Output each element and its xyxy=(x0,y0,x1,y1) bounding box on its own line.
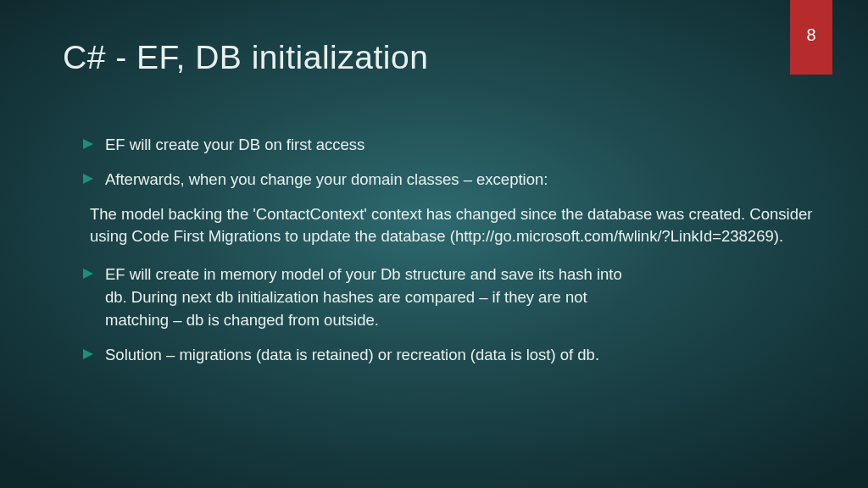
slide-title: C# - EF, DB initialization xyxy=(63,39,428,76)
slide-content: EF will create your DB on first access A… xyxy=(83,134,817,379)
bullet-text: Afterwards, when you change your domain … xyxy=(105,169,817,191)
bullet-text: EF will create in memory model of your D… xyxy=(105,263,648,331)
bullet-arrow-icon xyxy=(83,139,93,149)
bullet-text: EF will create your DB on first access xyxy=(105,134,817,157)
bullet-item: EF will create your DB on first access xyxy=(83,134,817,157)
bullet-arrow-icon xyxy=(83,269,93,279)
bullet-text: Solution – migrations (data is retained)… xyxy=(105,344,648,367)
bullet-arrow-icon xyxy=(83,349,93,359)
svg-marker-0 xyxy=(83,139,93,149)
bullet-item: EF will create in memory model of your D… xyxy=(83,263,817,331)
svg-marker-2 xyxy=(83,269,93,279)
svg-marker-1 xyxy=(83,174,93,184)
page-number: 8 xyxy=(806,25,815,45)
bullet-item: Afterwards, when you change your domain … xyxy=(83,169,817,191)
bullet-arrow-icon xyxy=(83,174,93,184)
exception-message: The model backing the 'ContactContext' c… xyxy=(90,203,817,249)
svg-marker-3 xyxy=(83,349,93,359)
page-number-tab: 8 xyxy=(790,0,832,75)
bullet-item: Solution – migrations (data is retained)… xyxy=(83,344,817,367)
